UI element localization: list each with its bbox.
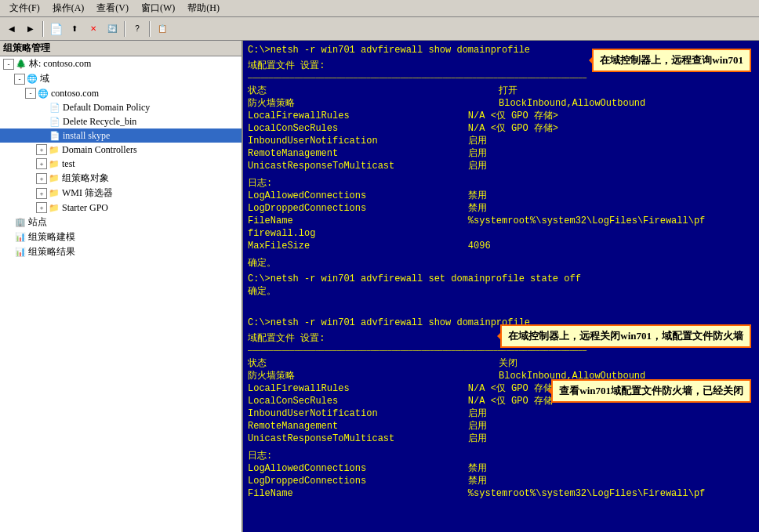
tree-item-delete-recycle[interactable]: 📄 Delete Recycle_bin <box>0 114 242 128</box>
menubar: 文件(F) 操作(A) 查看(V) 窗口(W) 帮助(H) <box>0 0 759 17</box>
log-allowed1: LogAllowedConnections 禁用 <box>248 190 754 202</box>
callout-3-text: 查看win701域配置文件防火墙，已经关闭 <box>559 385 743 396</box>
gpo-objects-icon: 📁 <box>48 172 60 185</box>
log-maxfilesize1: MaxFileSize 4096 <box>248 240 754 252</box>
sites-icon: 🏢 <box>14 216 27 229</box>
field-localconsrules: LocalConSecRules N/A <仅 GPO 存储> <box>248 122 754 135</box>
domain-controllers-icon: 📁 <box>48 143 60 156</box>
field-unicast2: UnicastResponseToMulticast 启用 <box>248 432 754 445</box>
toolbar-separator-3 <box>149 21 151 37</box>
log-filename1: FileName %systemroot%\system32\LogFiles\… <box>248 215 754 227</box>
tree-item-gpo-model[interactable]: 📊 组策略建模 <box>0 230 242 244</box>
callout-2: 在域控制器上，远程关闭win701，域配置文件防火墙 <box>500 324 751 348</box>
test-icon: 📁 <box>48 157 60 170</box>
test-label: test <box>62 158 75 170</box>
menu-view[interactable]: 查看(V) <box>90 0 135 16</box>
field-row-policy: 防火墙策略 BlockInbound,AllowOutbound <box>248 97 754 110</box>
toolbar-separator-2 <box>124 21 125 37</box>
cmd2: C:\>netsh -r win701 advfirewall set doma… <box>248 273 754 285</box>
sites-label: 站点 <box>28 215 47 229</box>
default-policy-label: Default Domain Policy <box>63 102 150 114</box>
main-layout: 组策略管理 - 🌲 林: contoso.com - 🌐 域 - 🌐 conto… <box>0 41 759 532</box>
label-status2: 状态 <box>248 357 467 370</box>
expand-forest[interactable]: - <box>3 59 14 70</box>
log2-title: 日志: <box>248 450 754 462</box>
domain-label: 域 <box>40 72 49 85</box>
help-button[interactable]: ? <box>129 20 146 38</box>
expand-domain-controllers[interactable]: + <box>36 144 47 155</box>
default-policy-icon: 📄 <box>49 101 61 114</box>
log-filename2: FileName %systemroot%\system32\LogFiles\… <box>248 487 754 500</box>
forward-button[interactable]: ▶ <box>22 20 39 38</box>
delete-recycle-icon: 📄 <box>49 115 61 128</box>
tree-item-wmi-filter[interactable]: + 📁 WMI 筛选器 <box>0 186 242 201</box>
log-dropped2: LogDroppedConnections 禁用 <box>248 475 754 487</box>
menu-file[interactable]: 文件(F) <box>3 0 46 16</box>
delete-recycle-label: Delete Recycle_bin <box>63 116 136 128</box>
expand-test[interactable]: + <box>36 158 47 169</box>
tree-item-test[interactable]: + 📁 test <box>0 157 242 171</box>
tree-item-install-skype[interactable]: 📄 install skype <box>0 128 242 143</box>
back-button[interactable]: ◀ <box>3 20 20 38</box>
divider1: ────────────────────────────────────────… <box>248 72 754 85</box>
domain-icon: 🌐 <box>26 73 38 85</box>
tree-item-forest[interactable]: - 🌲 林: contoso.com <box>0 56 242 71</box>
expand-wmi[interactable]: + <box>36 188 47 199</box>
forest-icon: 🌲 <box>15 58 27 71</box>
left-panel-header: 组策略管理 <box>0 41 242 56</box>
expand-contoso[interactable]: - <box>25 88 36 99</box>
expand-gpo-objects[interactable]: + <box>36 173 47 184</box>
callout-1: 在域控制器上，远程查询win701 <box>592 49 751 72</box>
tree-item-sites[interactable]: 🏢 站点 <box>0 215 242 230</box>
log1-title: 日志: <box>248 177 754 190</box>
gpo-objects-label: 组策略对象 <box>62 172 109 185</box>
expand-starter-gpo[interactable]: + <box>36 202 47 213</box>
toolbar-separator-1 <box>42 21 44 37</box>
up-button[interactable]: ⬆ <box>66 20 83 38</box>
tree-item-domain-controllers[interactable]: + 📁 Domain Controllers <box>0 143 242 157</box>
tree-item-contoso[interactable]: - 🌐 contoso.com <box>0 86 242 100</box>
log-firewalllog: firewall.log <box>248 227 754 240</box>
gpo-model-icon: 📊 <box>14 231 27 244</box>
tree-item-starter-gpo[interactable]: + 📁 Starter GPO <box>0 201 242 215</box>
contoso-icon: 🌐 <box>37 87 49 100</box>
field-localfirewallrules: LocalFirewallRules N/A <仅 GPO 存储> <box>248 110 754 122</box>
tree-item-domain[interactable]: - 🌐 域 <box>0 71 242 86</box>
tree-item-gpo-objects[interactable]: + 📁 组策略对象 <box>0 171 242 186</box>
field-row-status2: 状态 关闭 <box>248 357 754 370</box>
expand-domain[interactable]: - <box>14 74 25 85</box>
field-inbound: InboundUserNotification 启用 <box>248 135 754 147</box>
callout-2-text: 在域控制器上，远程关闭win701，域配置文件防火墙 <box>508 330 743 342</box>
forest-label: 林: contoso.com <box>29 57 91 71</box>
delete-button[interactable]: ✕ <box>85 20 102 38</box>
value-status2: 关闭 <box>499 357 518 370</box>
tree-item-gpo-result[interactable]: 📊 组策略结果 <box>0 244 242 259</box>
toolbar: ◀ ▶ 📄 ⬆ ✕ 🔄 ? 📋 <box>0 17 759 41</box>
install-skype-icon: 📄 <box>49 129 61 142</box>
value-status: 打开 <box>499 85 518 97</box>
field-unicast: UnicastResponseToMulticast 启用 <box>248 160 754 172</box>
starter-gpo-label: Starter GPO <box>62 202 108 214</box>
ok1: 确定。 <box>248 257 754 270</box>
field-remote: RemoteManagement 启用 <box>248 147 754 160</box>
log-dropped1: LogDroppedConnections 禁用 <box>248 202 754 215</box>
menu-help[interactable]: 帮助(H) <box>181 0 226 16</box>
new-button[interactable]: 📄 <box>47 20 64 38</box>
field-inbound2: InboundUserNotification 启用 <box>248 407 754 420</box>
callout-3: 查看win701域配置文件防火墙，已经关闭 <box>551 379 751 403</box>
value-policy: BlockInbound,AllowOutbound <box>499 97 645 110</box>
contoso-label: contoso.com <box>51 88 99 100</box>
tree-item-default-policy[interactable]: 📄 Default Domain Policy <box>0 100 242 114</box>
refresh-button[interactable]: 🔄 <box>104 20 121 38</box>
clipboard-button[interactable]: 📋 <box>154 20 171 38</box>
starter-gpo-icon: 📁 <box>48 201 60 214</box>
label-status: 状态 <box>248 85 467 97</box>
menu-action[interactable]: 操作(A) <box>46 0 91 16</box>
callout-1-text: 在域控制器上，远程查询win701 <box>600 54 743 66</box>
install-skype-label: install skype <box>63 130 110 142</box>
domain-controllers-label: Domain Controllers <box>62 144 137 156</box>
menu-window[interactable]: 窗口(W) <box>135 0 181 16</box>
field-remote2: RemoteManagement 启用 <box>248 420 754 432</box>
gpo-model-label: 组策略建模 <box>28 230 75 244</box>
wmi-label: WMI 筛选器 <box>62 186 113 200</box>
